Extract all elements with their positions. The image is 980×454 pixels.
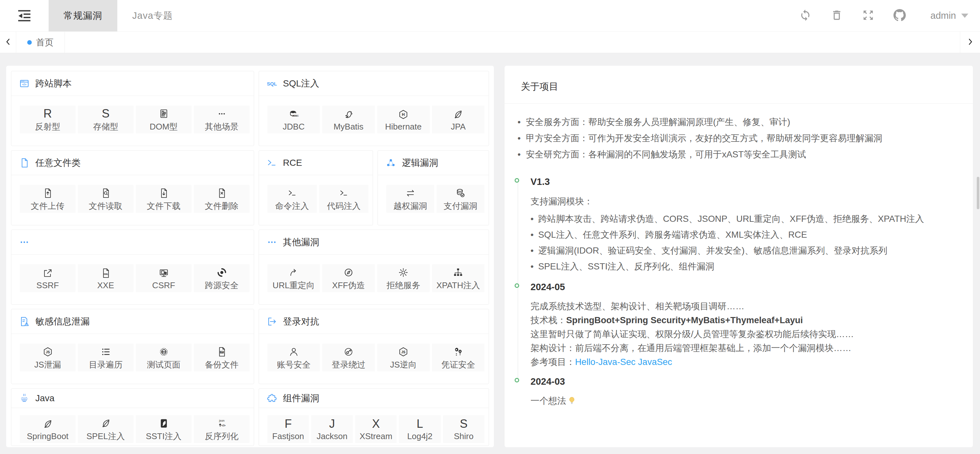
tile-java-4[interactable]: json</>反序列化 <box>194 415 250 443</box>
card-sqli-body: JDBCJDBCMyBatisHHibernateJPA <box>259 96 489 133</box>
card-file-body: 文件上传文件读取文件下载文件删除 <box>11 175 254 213</box>
scroll-tabs-right-button[interactable] <box>960 32 980 53</box>
letter-j-icon: J <box>329 417 335 431</box>
tile-components-2[interactable]: JJackson <box>311 415 353 443</box>
tile-login-1[interactable]: 账号安全 <box>267 344 320 371</box>
card-java-header: Java <box>11 389 254 408</box>
svg-text:H: H <box>402 113 405 117</box>
scroll-tabs-left-button[interactable] <box>0 32 16 53</box>
timeline-text: 架构设计：前后端不分离，在通用后端管理框架基础上，添加一个个漏洞模块…… <box>530 343 851 353</box>
dots-icon <box>216 106 227 121</box>
card-other-header: 其他漏洞 <box>259 230 489 254</box>
tile-xss-4[interactable]: 其他场景 <box>194 106 250 133</box>
tile-java-3[interactable]: SSTI注入 <box>136 415 191 443</box>
github-button[interactable] <box>893 10 906 22</box>
tile-file-4[interactable]: 文件删除 <box>194 185 250 213</box>
letter-f-icon: F <box>285 417 292 431</box>
tile-file-1[interactable]: 文件上传 <box>20 185 75 213</box>
svg-text:</>: </> <box>221 424 226 427</box>
refresh-button[interactable] <box>799 10 812 22</box>
tile-sqli-2[interactable]: MyBatis <box>322 106 375 133</box>
tile-login-4[interactable]: 凭证安全 <box>432 344 485 371</box>
db-check-icon <box>455 186 466 200</box>
sql-icon: SQL <box>267 78 277 89</box>
tile-other-4[interactable]: XPATH注入 <box>432 264 485 292</box>
tab-home[interactable]: 首页 <box>16 32 65 53</box>
tile-xss-1[interactable]: R反射型 <box>20 106 75 133</box>
user-menu[interactable]: admin <box>931 10 968 21</box>
tile-xss-2[interactable]: S存储型 <box>78 106 134 133</box>
timeline-line: 参考项目：Hello-Java-Sec JavaSec <box>530 355 963 369</box>
header-tab-1[interactable]: 常规漏洞 <box>49 0 117 32</box>
tile-logic-1[interactable]: 越权漏洞 <box>386 185 434 213</box>
tile-label: JS泄漏 <box>34 359 61 370</box>
tile-login-2[interactable]: 登录绕过 <box>322 344 375 371</box>
tile-logic-2[interactable]: 支付漏洞 <box>436 185 485 213</box>
tile-infoleak-4[interactable]: ZIP备份文件 <box>194 344 250 371</box>
card-file-header: 任意文件类 <box>11 151 254 175</box>
tile-label: 代码注入 <box>327 200 361 212</box>
reference-link[interactable]: Hello-Java-Sec <box>575 357 635 367</box>
card-title: 跨站脚本 <box>35 78 72 90</box>
tile-components-5[interactable]: SShiro <box>443 415 485 443</box>
tile-label: 账号安全 <box>277 359 310 370</box>
tile-label: 备份文件 <box>205 359 239 370</box>
card-xss-header: </>跨站脚本 <box>11 71 254 96</box>
tile-rce-2[interactable]: 代码注入 <box>319 185 369 213</box>
tile-file-2[interactable]: 文件读取 <box>78 185 134 213</box>
svg-text:</>: </> <box>22 83 26 86</box>
timeline-bullet: 逻辑漏洞(IDOR、验证码安全、支付漏洞、并发安全)、敏感信息泄漏系列、登录对抗… <box>530 243 963 259</box>
tile-sqli-3[interactable]: HHibernate <box>377 106 430 133</box>
tile-other-2[interactable]: XFF伪造 <box>322 264 375 292</box>
card-sqli: SQLSQL注入JDBCJDBCMyBatisHHibernateJPA <box>259 71 489 146</box>
user-name: admin <box>931 10 956 21</box>
tile-other-1[interactable]: URL重定向 <box>267 264 320 292</box>
tile-infoleak-3[interactable]: 测试测试页面 <box>136 344 191 371</box>
fullscreen-button[interactable] <box>862 10 875 22</box>
sidebar-collapse-button[interactable] <box>0 0 49 32</box>
tile-label: Log4j2 <box>407 431 432 441</box>
about-panel: 关于项目 安全服务方面：帮助安全服务人员理解漏洞原理(产生、修复、审计)甲方安全… <box>504 66 973 447</box>
scrollbar-thumb[interactable] <box>977 177 979 209</box>
tile-rce-1[interactable]: 命令注入 <box>267 185 317 213</box>
list-icon <box>100 344 111 359</box>
header-tab-2[interactable]: Java专题 <box>117 0 188 32</box>
tile-other-3[interactable]: 拒绝服务 <box>377 264 430 292</box>
tile-label: Fastjson <box>272 431 304 441</box>
tile-login-3[interactable]: JSJS逆向 <box>377 344 430 371</box>
active-tab-dot <box>27 40 32 45</box>
tile-components-1[interactable]: FFastjson <box>267 415 309 443</box>
tile-misc-3[interactable]: CSRF <box>136 264 191 292</box>
tile-misc-2[interactable]: XMLXXE <box>78 264 134 292</box>
tile-java-2[interactable]: SPEL注入 <box>78 415 134 443</box>
external-icon <box>43 266 53 280</box>
tile-infoleak-2[interactable]: 目录遍历 <box>78 344 134 371</box>
card-logic-body: 越权漏洞支付漏洞 <box>378 175 489 213</box>
tile-sqli-1[interactable]: JDBCJDBC <box>267 106 320 133</box>
card-title: 逻辑漏洞 <box>402 157 438 169</box>
tile-label: SpringBoot <box>27 431 69 441</box>
tile-sqli-4[interactable]: JPA <box>432 106 485 133</box>
card-xss: </>跨站脚本R反射型S存储型DOMDOM型其他场景 <box>11 71 254 146</box>
tile-misc-1[interactable]: SSRF <box>20 264 75 292</box>
tile-components-3[interactable]: XXStream <box>355 415 397 443</box>
tile-label: 反序列化 <box>205 431 239 442</box>
tile-file-3[interactable]: 文件下载 <box>136 185 191 213</box>
card-rce-header: RCE <box>259 151 373 175</box>
user-icon <box>288 344 299 359</box>
card-title: 其他漏洞 <box>283 236 319 248</box>
tile-label: 目录遍历 <box>89 359 123 370</box>
terminal-icon <box>338 186 349 200</box>
reference-link[interactable]: JavaSec <box>638 357 672 367</box>
trash-button[interactable] <box>830 10 843 22</box>
tile-misc-4[interactable]: 跨源安全 <box>194 264 250 292</box>
tile-label: 存储型 <box>93 121 118 132</box>
tile-infoleak-1[interactable]: JSJS泄漏 <box>20 344 75 371</box>
card-title: 敏感信息泄漏 <box>35 315 90 328</box>
tile-xss-3[interactable]: DOMDOM型 <box>136 106 191 133</box>
tile-java-1[interactable]: SpringBoot <box>20 415 75 443</box>
tile-components-4[interactable]: LLog4j2 <box>399 415 441 443</box>
timeline-text <box>635 357 638 367</box>
about-bullet-list: 安全服务方面：帮助安全服务人员理解漏洞原理(产生、修复、审计)甲方安全方面：可作… <box>517 114 963 163</box>
header-tabs: 常规漏洞Java专题 <box>49 0 188 32</box>
